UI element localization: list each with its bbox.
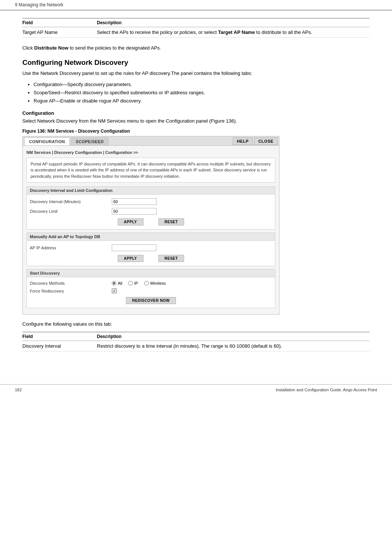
table2-col2-header: Description bbox=[97, 332, 370, 341]
section3-buttons: REDISCOVER NOW bbox=[30, 295, 272, 306]
table2-col1-header: Field bbox=[22, 332, 97, 341]
close-button[interactable]: CLOSE bbox=[254, 138, 278, 145]
radio-all[interactable]: All bbox=[112, 281, 122, 285]
help-button[interactable]: HELP bbox=[233, 138, 253, 145]
section-title: Configuring Network Discovery bbox=[22, 59, 370, 67]
discovery-interval-input[interactable] bbox=[112, 198, 157, 205]
table2-container: Field Description Discovery Interval Res… bbox=[22, 332, 370, 351]
force-rediscovery-checkbox[interactable]: ✓ bbox=[112, 288, 117, 293]
config-bottom-text: Configure the following values on this t… bbox=[22, 320, 370, 328]
row3-label: AP IP Address bbox=[30, 246, 112, 250]
footer-title: Installation and Configuration Guide: Ai… bbox=[276, 388, 377, 392]
start-discovery-section: Start Discovery Discovery Methods All IP bbox=[26, 269, 275, 308]
discovery-interval-section: Discovery Interval and Limit Configurati… bbox=[26, 186, 275, 230]
config-text: Select Network Discovery from the NM Ser… bbox=[22, 117, 370, 125]
panel: CONFIGURATION SCOPE/SEED HELP CLOSE NM S… bbox=[22, 136, 279, 315]
tab-configuration[interactable]: CONFIGURATION bbox=[24, 138, 70, 145]
breadcrumb: NM Services | Discovery Configuration | … bbox=[26, 149, 275, 158]
page-footer: 182 Installation and Configuration Guide… bbox=[0, 384, 392, 395]
rediscover-now-button[interactable]: REDISCOVER NOW bbox=[126, 297, 176, 304]
list-item: Rogue AP—Enable or disable rogue AP disc… bbox=[34, 97, 370, 105]
page-content: Field Description Target AP Name Select … bbox=[0, 10, 392, 373]
row5-label: Force Rediscovery bbox=[30, 289, 112, 293]
table1-row1-desc: Select the APs to receive the policy or … bbox=[97, 27, 370, 38]
header-text: 9 Managing the Network bbox=[15, 2, 63, 7]
list-item: Scope/Seed—Restrict discovery to specifi… bbox=[34, 89, 370, 97]
table2-row1-desc: Restrict discovery to a time interval (i… bbox=[97, 341, 370, 351]
table1-row1-field: Target AP Name bbox=[22, 27, 97, 38]
section1-buttons: APPLY RESET bbox=[30, 216, 272, 227]
ap-ip-input[interactable] bbox=[112, 244, 157, 251]
radio-ip-circle bbox=[128, 281, 133, 285]
manual-add-section: Manually Add an AP to Topology DB AP IP … bbox=[26, 233, 275, 266]
force-rediscovery-row: Force Rediscovery ✓ bbox=[30, 287, 272, 295]
radio-ip[interactable]: IP bbox=[128, 281, 138, 285]
reset-button-1[interactable]: RESET bbox=[158, 218, 184, 225]
apply-button-2[interactable]: APPLY bbox=[118, 255, 143, 262]
discovery-methods-row: Discovery Methods All IP bbox=[30, 279, 272, 287]
radio-all-circle bbox=[112, 281, 116, 285]
ap-ip-row: AP IP Address bbox=[30, 243, 272, 253]
radio-wireless-label: Wireless bbox=[150, 281, 166, 285]
page-header: 9 Managing the Network bbox=[0, 0, 392, 10]
section2-header: Manually Add an AP to Topology DB bbox=[27, 233, 275, 241]
radio-wireless[interactable]: Wireless bbox=[144, 281, 166, 285]
info-box: Portal AP support periodic IP discovery … bbox=[26, 158, 275, 183]
figure-label: Figure 136: NM Services - Discovery Conf… bbox=[22, 129, 370, 134]
footer-page-number: 182 bbox=[15, 388, 22, 392]
apply-button-1[interactable]: APPLY bbox=[118, 218, 143, 225]
field-table-2: Field Description Discovery Interval Res… bbox=[22, 332, 370, 351]
row4-label: Discovery Methods bbox=[30, 281, 112, 285]
list-item: Configuration—Specify discovery paramete… bbox=[34, 80, 370, 89]
section1-header: Discovery Interval and Limit Configurati… bbox=[27, 187, 275, 195]
section1-body: Discovery Interval (Minutes) Discovery L… bbox=[27, 195, 275, 229]
radio-ip-label: IP bbox=[134, 281, 138, 285]
section-intro: Use the Network Discovery panel to set u… bbox=[22, 70, 370, 77]
tab-scopeseed[interactable]: SCOPE/SEED bbox=[71, 138, 108, 145]
bullet-list: Configuration—Specify discovery paramete… bbox=[34, 80, 370, 105]
radio-all-label: All bbox=[118, 281, 122, 285]
field-table-1: Field Description Target AP Name Select … bbox=[22, 18, 370, 38]
panel-body: NM Services | Discovery Configuration | … bbox=[23, 146, 279, 315]
table-row: Discovery Interval Restrict discovery to… bbox=[22, 341, 370, 351]
section3-body: Discovery Methods All IP bbox=[27, 277, 275, 308]
row2-label: Discovery Limit bbox=[30, 209, 112, 214]
radio-group: All IP Wireless bbox=[112, 281, 166, 285]
intro-text: Click Distribute Now to send the policie… bbox=[22, 44, 370, 52]
section3-header: Start Discovery bbox=[27, 269, 275, 277]
row1-label: Discovery Interval (Minutes) bbox=[30, 199, 112, 204]
config-subtitle: Configuration bbox=[22, 110, 370, 116]
discovery-limit-row: Discovery Limit bbox=[30, 206, 272, 216]
discovery-limit-input[interactable] bbox=[112, 208, 157, 215]
table1-col2-header: Description bbox=[97, 18, 370, 27]
table1-container: Field Description Target AP Name Select … bbox=[22, 18, 370, 38]
radio-wireless-circle bbox=[144, 281, 149, 285]
discovery-interval-row: Discovery Interval (Minutes) bbox=[30, 197, 272, 206]
reset-button-2[interactable]: RESET bbox=[158, 255, 184, 262]
panel-tabs: CONFIGURATION SCOPE/SEED HELP CLOSE bbox=[23, 136, 279, 146]
section2-buttons: APPLY RESET bbox=[30, 253, 272, 263]
table2-row1-field: Discovery Interval bbox=[22, 341, 97, 351]
table-row: Target AP Name Select the APs to receive… bbox=[22, 27, 370, 38]
section2-body: AP IP Address APPLY RESET bbox=[27, 241, 275, 266]
table1-col1-header: Field bbox=[22, 18, 97, 27]
